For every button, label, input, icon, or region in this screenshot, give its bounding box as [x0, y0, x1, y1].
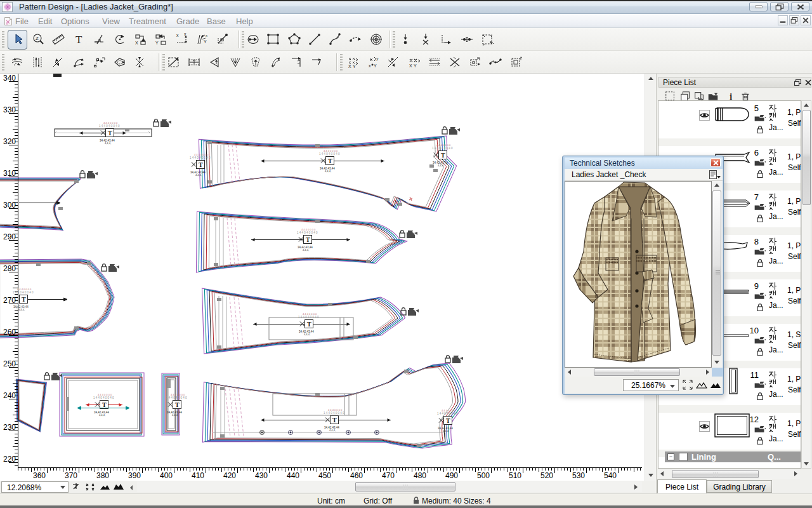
svg-text:300: 300: [3, 201, 16, 210]
svg-text:290: 290: [3, 232, 16, 241]
svg-text:Y: Y: [353, 64, 356, 69]
svg-text:4 4 4 0 0 0 0: 4 4 4 0 0 0 0: [303, 312, 317, 316]
svg-text:220: 220: [3, 455, 16, 464]
svg-text:T: T: [306, 236, 310, 243]
svg-text:520: 520: [540, 471, 553, 480]
svg-text:4 4 4 0 0 0 0: 4 4 4 0 0 0 0: [436, 144, 451, 147]
svg-text:4 4 4 0 0 0 0: 4 4 4 0 0 0 0: [324, 149, 338, 152]
svg-text:x: x: [184, 32, 187, 36]
svg-text:230: 230: [3, 423, 16, 432]
svg-text:1 4 4 0 4 0 0 4 0: 1 4 4 0 4 0 0 4 0: [319, 152, 340, 156]
svg-text:1 4 4 0 4 0 0 4 0: 1 4 4 0 4 0 0 4 0: [297, 231, 318, 234]
svg-text:4,4,4,: 4,4,4,: [438, 164, 444, 167]
svg-text:370: 370: [65, 471, 77, 480]
svg-text:Y: Y: [204, 39, 207, 44]
svg-text:280: 280: [3, 264, 16, 273]
svg-text:4 4 4 0 0 0 0: 4 4 4 0 0 0 0: [103, 121, 118, 124]
svg-text:T: T: [441, 152, 445, 159]
svg-text:T: T: [446, 417, 450, 424]
svg-text:T: T: [102, 401, 107, 408]
svg-text:4,4,4,: 4,4,4,: [172, 413, 178, 417]
svg-text:4 4 4 0 0 0 0: 4 4 4 0 0 0 0: [328, 408, 343, 411]
svg-text:470: 470: [382, 471, 395, 480]
svg-text:270: 270: [3, 296, 16, 305]
svg-text:420: 420: [223, 471, 236, 480]
svg-text:4,4,4,: 4,4,4,: [329, 429, 336, 432]
svg-text:330: 330: [3, 105, 16, 114]
svg-text:4,4,4,: 4,4,4,: [443, 429, 449, 432]
svg-text:530: 530: [572, 471, 585, 480]
svg-text:320: 320: [3, 137, 16, 146]
svg-text:Y: Y: [414, 64, 417, 68]
svg-text:460: 460: [350, 471, 363, 480]
svg-text:1 4 4 0 4 0 0 4 0: 1 4 4 0 4 0 0 4 0: [13, 291, 34, 294]
svg-text:1 4 4 0 4 0 0 4 0: 1 4 4 0 4 0 0 4 0: [99, 124, 120, 128]
svg-text:250: 250: [3, 359, 16, 368]
svg-text:380: 380: [96, 471, 109, 480]
svg-text:T: T: [199, 161, 203, 168]
svg-text:1 4 4 0 4 0 0 4 0: 1 4 4 0 4 0 0 4 0: [324, 411, 344, 415]
svg-text:T: T: [328, 157, 332, 164]
svg-text:4 4 4 0 0 0 0: 4 4 4 0 0 0 0: [98, 393, 112, 396]
svg-text:500: 500: [477, 471, 490, 480]
svg-text:4,4,4,: 4,4,4,: [303, 248, 309, 251]
svg-text:540: 540: [604, 471, 617, 480]
svg-text:430: 430: [255, 471, 268, 480]
svg-text:4 4 4 0 0 0 0: 4 4 4 0 0 0 0: [442, 409, 456, 412]
svg-text:310: 310: [3, 169, 16, 178]
svg-text:T: T: [175, 401, 180, 408]
svg-text:1 4 4 0 4 0 0 4 0: 1 4 4 0 4 0 0 4 0: [432, 147, 453, 150]
svg-text:490: 490: [445, 471, 458, 480]
svg-text:1 4 4 0 4 0 0 4 0: 1 4 4 0 4 0 0 4 0: [93, 396, 114, 399]
svg-text:400: 400: [160, 471, 173, 480]
svg-text:4 4 4 0 0 0 0: 4 4 4 0 0 0 0: [194, 153, 209, 156]
svg-text:480: 480: [414, 471, 426, 480]
svg-text:4,4,4,: 4,4,4,: [105, 142, 111, 145]
svg-text:x: x: [369, 64, 371, 68]
svg-text:T: T: [108, 130, 112, 137]
svg-text:4,4,4,: 4,4,4,: [18, 308, 25, 311]
svg-text:T: T: [22, 296, 26, 303]
svg-text:4 4 4 0 0 0 0: 4 4 4 0 0 0 0: [17, 288, 32, 291]
svg-text:X: X: [135, 41, 138, 45]
svg-text:410: 410: [192, 471, 204, 480]
svg-text:x: x: [176, 33, 179, 37]
svg-text:390: 390: [128, 471, 141, 480]
svg-text:Y: Y: [155, 41, 159, 45]
svg-text:1 4 4 0 4 0 0 4 0: 1 4 4 0 4 0 0 4 0: [298, 316, 319, 319]
svg-text:T: T: [307, 321, 311, 328]
svg-text:450: 450: [318, 471, 331, 480]
svg-text:4,4,4,: 4,4,4,: [304, 333, 310, 336]
svg-text:x: x: [206, 34, 207, 37]
svg-text:4,4,4,: 4,4,4,: [99, 413, 105, 417]
svg-text:1 4 4 0 4 0 0 4 0: 1 4 4 0 4 0 0 4 0: [166, 396, 187, 399]
svg-text:260: 260: [3, 328, 16, 337]
svg-text:X: X: [409, 64, 412, 68]
svg-text:510: 510: [509, 471, 521, 480]
svg-text:Y: Y: [374, 64, 377, 68]
svg-text:440: 440: [287, 471, 299, 480]
svg-text:340: 340: [3, 74, 16, 83]
svg-text:240: 240: [3, 391, 16, 400]
svg-text:T: T: [75, 34, 82, 46]
svg-text:Z: Z: [36, 36, 39, 41]
svg-text:?: ?: [376, 57, 379, 62]
svg-text:1 4 4 0 4 0 0 4 0: 1 4 4 0 4 0 0 4 0: [190, 156, 211, 159]
svg-text:360: 360: [33, 471, 46, 480]
svg-text:4,4,4,: 4,4,4,: [325, 170, 331, 173]
svg-text:1 4 4 0 4 0 0 4 0: 1 4 4 0 4 0 0 4 0: [437, 412, 458, 415]
svg-text:4 4 4 0 0 0 0: 4 4 4 0 0 0 0: [301, 228, 316, 231]
svg-text:X: X: [348, 64, 351, 69]
svg-text:4 4 4 0 0 0 0: 4 4 4 0 0 0 0: [171, 393, 185, 396]
svg-text:T: T: [332, 417, 337, 424]
svg-text:4,4,4,: 4,4,4,: [195, 173, 202, 177]
